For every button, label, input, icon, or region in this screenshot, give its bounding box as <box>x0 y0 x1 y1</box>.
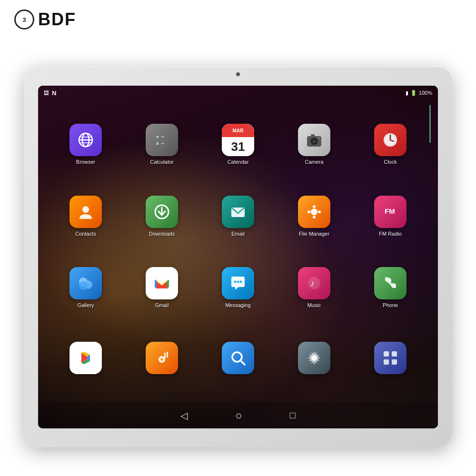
downloads-icon <box>146 196 178 228</box>
search-icon <box>222 342 254 374</box>
product-page: 3 BDF 🖼 N ▮ 🔋 100% <box>0 0 476 476</box>
appstore-icon <box>374 342 407 374</box>
messaging-label: Messaging <box>225 302 250 308</box>
app-email[interactable]: Email <box>200 180 276 252</box>
svg-text:♪: ♪ <box>310 278 315 288</box>
svg-point-24 <box>313 216 316 218</box>
signal-icon: ▮ <box>406 90 408 96</box>
filemanager-label: File Manager <box>299 231 329 237</box>
svg-point-23 <box>313 205 316 208</box>
svg-point-26 <box>318 210 321 213</box>
svg-rect-47 <box>164 353 166 358</box>
email-icon <box>222 196 254 228</box>
app-music[interactable]: ♪ Music <box>276 252 352 324</box>
messaging-icon <box>222 267 254 299</box>
svg-point-36 <box>237 281 239 283</box>
email-label: Email <box>231 231 245 237</box>
clock-label: Clock <box>384 159 397 165</box>
app-appstore[interactable] <box>352 324 428 396</box>
svg-rect-55 <box>392 359 397 365</box>
svg-point-10 <box>313 140 316 143</box>
music-icon: ♪ <box>298 267 330 299</box>
svg-point-37 <box>240 281 242 283</box>
calendar-label: Calendar <box>228 159 249 165</box>
calendar-icon: MAR 31 <box>222 124 254 156</box>
browser-label: Browser <box>76 159 95 165</box>
app-playstore[interactable] <box>48 324 124 396</box>
svg-rect-53 <box>392 351 397 357</box>
app-contacts[interactable]: Contacts <box>48 180 124 252</box>
app-browser[interactable]: Browser <box>48 109 124 180</box>
app-clock[interactable]: Clock <box>352 109 428 180</box>
tablet-screen: 🖼 N ▮ 🔋 100% Browser <box>38 86 438 428</box>
music-label: Music <box>307 302 321 308</box>
app-camera[interactable]: Camera <box>276 109 352 180</box>
svg-line-50 <box>240 360 245 365</box>
status-right: ▮ 🔋 100% <box>406 90 432 96</box>
nav-bar: ◁ ○ □ <box>38 402 438 428</box>
svg-rect-11 <box>311 134 315 137</box>
back-button[interactable]: ◁ <box>180 410 188 421</box>
playstore-icon <box>69 342 102 374</box>
camera-icon <box>298 124 330 156</box>
svg-text:×  ÷: × ÷ <box>156 140 164 147</box>
app-gallery[interactable]: Gallery <box>48 252 124 324</box>
contacts-label: Contacts <box>75 231 96 237</box>
gallery-icon <box>69 267 102 299</box>
app-search[interactable] <box>200 324 276 396</box>
svg-point-17 <box>389 139 391 141</box>
logo-circle: 3 <box>14 10 34 30</box>
svg-rect-52 <box>384 351 389 357</box>
front-camera <box>236 72 240 76</box>
gmail-icon <box>146 267 178 299</box>
browser-icon <box>69 124 102 156</box>
brand-logo: 3 BDF <box>14 10 76 30</box>
svg-rect-54 <box>384 359 389 365</box>
n-status-icon: N <box>52 89 56 97</box>
calculator-icon: + − × ÷ <box>146 124 178 156</box>
app-settings[interactable] <box>276 324 352 396</box>
gmail-label: Gmail <box>155 302 169 308</box>
app-calculator[interactable]: + − × ÷ Calculator <box>124 109 200 180</box>
svg-point-35 <box>234 281 237 283</box>
status-left: 🖼 N <box>44 89 56 97</box>
filemanager-icon <box>298 196 330 228</box>
svg-point-33 <box>79 281 88 290</box>
battery-icon: 🔋 <box>410 90 417 96</box>
phone-label: Phone <box>383 302 398 308</box>
fmradio-label: FM Radio <box>379 231 402 237</box>
fmradio-icon: FM <box>374 196 407 228</box>
app-messaging[interactable]: Messaging <box>200 252 276 324</box>
downloads-label: Downloads <box>149 231 175 237</box>
tablet-device: 🖼 N ▮ 🔋 100% Browser <box>24 67 452 447</box>
app-calendar[interactable]: MAR 31 Calendar <box>200 109 276 180</box>
svg-point-12 <box>318 137 320 139</box>
svg-text:FM: FM <box>385 207 395 215</box>
calculator-label: Calculator <box>150 159 174 165</box>
brand-name: BDF <box>38 10 76 30</box>
svg-text:+  −: + − <box>156 133 165 140</box>
app-grid: Browser + − × ÷ Calculator MAR <box>38 104 438 400</box>
home-button[interactable]: ○ <box>235 409 242 422</box>
app-musicplayer[interactable] <box>124 324 200 396</box>
contacts-icon <box>69 196 102 228</box>
phone-icon <box>374 267 407 299</box>
clock-icon <box>374 124 407 156</box>
gallery-label: Gallery <box>78 302 94 308</box>
settings-icon <box>298 342 330 374</box>
recent-button[interactable]: □ <box>290 410 296 421</box>
svg-point-46 <box>160 358 163 361</box>
svg-rect-48 <box>167 352 168 357</box>
status-bar: 🖼 N ▮ 🔋 100% <box>38 86 438 100</box>
musicplayer-icon <box>146 342 178 374</box>
app-downloads[interactable]: Downloads <box>124 180 200 252</box>
camera-label: Camera <box>305 159 323 165</box>
svg-point-25 <box>307 210 310 213</box>
app-fmradio[interactable]: FM FM Radio <box>352 180 428 252</box>
image-status-icon: 🖼 <box>44 90 49 96</box>
battery-percent: 100% <box>419 90 432 96</box>
app-phone[interactable]: Phone <box>352 252 428 324</box>
app-filemanager[interactable]: File Manager <box>276 180 352 252</box>
app-gmail[interactable]: Gmail <box>124 252 200 324</box>
svg-point-18 <box>82 206 89 213</box>
